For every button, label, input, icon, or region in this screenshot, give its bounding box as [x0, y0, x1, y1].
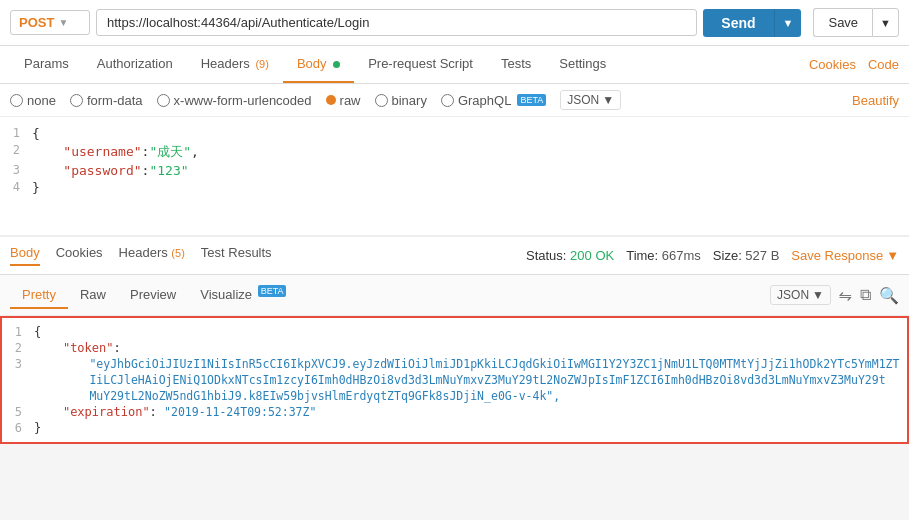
search-icon[interactable]: 🔍 — [879, 286, 899, 305]
resp-line-5: 5 "expiration": "2019-11-24T09:52:37Z" — [2, 404, 907, 420]
method-chevron-icon: ▼ — [58, 17, 68, 28]
option-graphql[interactable]: GraphQL BETA — [441, 93, 546, 108]
time-label: Time: 667ms — [626, 248, 701, 263]
response-json-label: JSON — [777, 288, 809, 302]
resp-tab-cookies[interactable]: Cookies — [56, 245, 103, 266]
time-value: 667ms — [662, 248, 701, 263]
response-json-area[interactable]: 1 { 2 "token": 3 "eyJhbGciOiJIUzI1NiIsIn… — [0, 316, 909, 444]
tab-body[interactable]: Body — [283, 46, 354, 83]
resp-line-2: 2 "token": — [2, 340, 907, 356]
method-label: POST — [19, 15, 54, 30]
response-json-chevron-icon: ▼ — [812, 288, 824, 302]
view-tab-pretty[interactable]: Pretty — [10, 282, 68, 309]
resp-tab-headers[interactable]: Headers (5) — [119, 245, 185, 266]
tab-settings[interactable]: Settings — [545, 46, 620, 83]
option-form-data[interactable]: form-data — [70, 93, 143, 108]
view-tabs: Pretty Raw Preview Visualize BETA JSON ▼… — [0, 275, 909, 316]
code-editor[interactable]: 1 { 2 "username":"成天", 3 "password":"123… — [0, 117, 909, 237]
wrap-icon[interactable]: ⇌ — [839, 286, 852, 305]
body-dot — [333, 61, 340, 68]
resp-line-3: 3 "eyJhbGciOiJIUzI1NiIsInR5cCI6IkpXVCJ9.… — [2, 356, 907, 372]
resp-tab-test-results[interactable]: Test Results — [201, 245, 272, 266]
save-response-chevron-icon: ▼ — [886, 248, 899, 263]
status-value: 200 OK — [570, 248, 614, 263]
size-label: Size: 527 B — [713, 248, 780, 263]
save-button-group: Save ▼ — [813, 8, 899, 37]
nav-tabs: Params Authorization Headers (9) Body Pr… — [0, 46, 909, 84]
option-urlencoded[interactable]: x-www-form-urlencoded — [157, 93, 312, 108]
send-button[interactable]: Send — [703, 9, 773, 37]
save-response-button[interactable]: Save Response ▼ — [791, 248, 899, 263]
beautify-button[interactable]: Beautify — [852, 93, 899, 108]
tab-params[interactable]: Params — [10, 46, 83, 83]
save-button[interactable]: Save — [813, 8, 872, 37]
resp-line-6: 6 } — [2, 420, 907, 436]
send-dropdown-button[interactable]: ▼ — [774, 9, 802, 37]
view-tab-raw[interactable]: Raw — [68, 282, 118, 309]
tab-tests[interactable]: Tests — [487, 46, 545, 83]
json-format-selector[interactable]: JSON ▼ — [560, 90, 621, 110]
body-options-bar: none form-data x-www-form-urlencoded raw… — [0, 84, 909, 117]
resp-line-1: 1 { — [2, 324, 907, 340]
size-value: 527 B — [745, 248, 779, 263]
tab-pre-request[interactable]: Pre-request Script — [354, 46, 487, 83]
json-chevron-icon: ▼ — [602, 93, 614, 107]
raw-dot-icon — [326, 95, 336, 105]
graphql-beta-badge: BETA — [517, 94, 546, 106]
nav-right-links: Cookies Code — [809, 57, 899, 72]
resp-line-3c: MuY29tL2NoZW5ndG1hbiJ9.k8EIw59bjvsHlmErd… — [2, 388, 907, 404]
code-line-1: 1 { — [0, 125, 909, 142]
tab-headers[interactable]: Headers (9) — [187, 46, 283, 83]
response-tabs: Body Cookies Headers (5) Test Results — [10, 245, 272, 266]
resp-tab-body[interactable]: Body — [10, 245, 40, 266]
option-raw[interactable]: raw — [326, 93, 361, 108]
resp-line-3b: IiLCJleHAiOjENiQ1ODkxNTcsIm1zcyI6Imh0dHB… — [2, 372, 907, 388]
url-input[interactable] — [96, 9, 697, 36]
response-format-selector[interactable]: JSON ▼ — [770, 285, 831, 305]
view-right-controls: JSON ▼ ⇌ ⧉ 🔍 — [770, 285, 899, 305]
view-tab-preview[interactable]: Preview — [118, 282, 188, 309]
view-tab-visualize[interactable]: Visualize BETA — [188, 281, 298, 309]
code-link[interactable]: Code — [868, 57, 899, 72]
status-label: Status: 200 OK — [526, 248, 614, 263]
code-line-4: 4 } — [0, 179, 909, 196]
send-button-group: Send ▼ — [703, 9, 801, 37]
visualize-beta-badge: BETA — [258, 285, 287, 297]
top-bar: POST ▼ Send ▼ Save ▼ — [0, 0, 909, 46]
json-label: JSON — [567, 93, 599, 107]
method-selector[interactable]: POST ▼ — [10, 10, 90, 35]
option-binary[interactable]: binary — [375, 93, 427, 108]
status-info: Status: 200 OK Time: 667ms Size: 527 B S… — [526, 248, 899, 263]
copy-icon[interactable]: ⧉ — [860, 286, 871, 304]
code-line-3: 3 "password":"123" — [0, 162, 909, 179]
response-bar: Body Cookies Headers (5) Test Results St… — [0, 237, 909, 275]
tab-authorization[interactable]: Authorization — [83, 46, 187, 83]
save-dropdown-button[interactable]: ▼ — [872, 8, 899, 37]
code-line-2: 2 "username":"成天", — [0, 142, 909, 162]
resp-headers-badge: (5) — [171, 247, 184, 259]
option-none[interactable]: none — [10, 93, 56, 108]
headers-badge: (9) — [255, 58, 268, 70]
cookies-link[interactable]: Cookies — [809, 57, 856, 72]
